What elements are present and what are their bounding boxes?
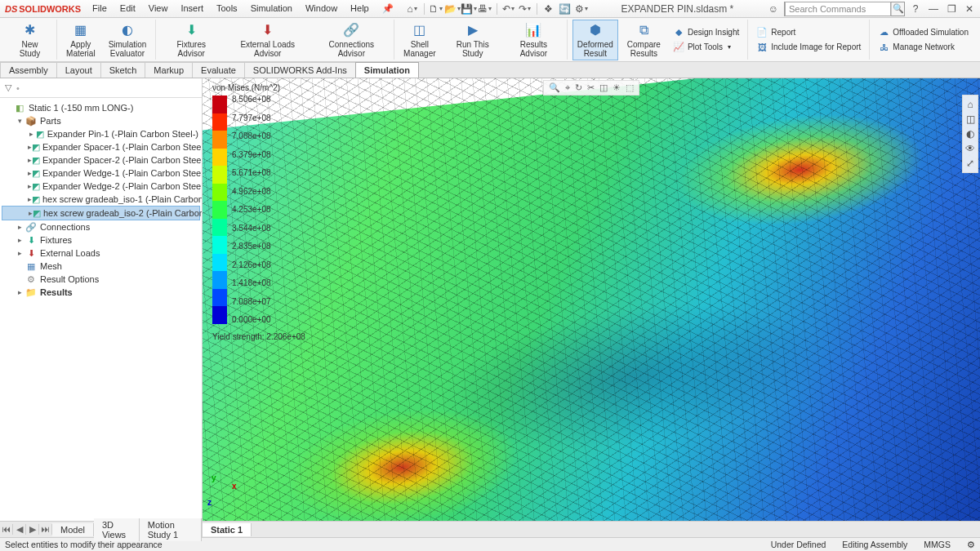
heads-up-expand-icon[interactable]: ⤢ <box>964 158 976 169</box>
tab-layout[interactable]: Layout <box>56 62 101 78</box>
status-hint: Select entities to modify their appearan… <box>5 540 163 549</box>
status-units[interactable]: MMGS <box>924 540 951 549</box>
save-icon[interactable]: 💾 <box>461 2 476 16</box>
display-style-icon[interactable]: ◫ <box>599 82 608 93</box>
menu-file[interactable]: File <box>86 1 114 16</box>
tree-external-loads[interactable]: ▸⬇External Loads <box>2 247 200 260</box>
status-extra-icon[interactable]: ⚙ <box>967 540 975 549</box>
status-defined: Under Defined <box>771 540 826 549</box>
close-icon[interactable]: ✕ <box>962 2 977 16</box>
tree-part-item[interactable]: ▸◩Expander Wedge-1 (-Plain Carbon Steel-… <box>2 167 200 180</box>
shell-manager-button[interactable]: ◫Shell Manager <box>399 20 439 60</box>
menu-view[interactable]: View <box>142 1 175 16</box>
rotate-icon[interactable]: ↻ <box>575 82 582 93</box>
include-image-button[interactable]: 🖼Include Image for Report <box>753 41 864 54</box>
plot-tools-button[interactable]: 📈Plot Tools▾ <box>670 41 742 54</box>
menu-simulation[interactable]: Simulation <box>244 1 299 16</box>
restore-icon[interactable]: ❐ <box>944 2 959 16</box>
zoom-fit-icon[interactable]: 🔍 <box>549 82 560 93</box>
bottom-tab-3dviews[interactable]: 3D Views <box>94 518 140 541</box>
scene-icon[interactable]: ☀ <box>612 82 621 93</box>
compare-results-button[interactable]: ⧉Compare Results <box>623 20 665 60</box>
manage-network-button[interactable]: 🖧Manage Network <box>875 41 972 54</box>
options-icon[interactable]: ⚙ <box>574 2 589 16</box>
simulation-evaluator-button[interactable]: ◐Simulation Evaluator <box>105 20 151 60</box>
orientation-triad: x y z <box>207 473 248 514</box>
legend-title: von Mises (N/m^2) <box>212 83 305 92</box>
home-icon[interactable]: ⌂ <box>405 2 420 16</box>
app-logo: DSSOLIDWORKS <box>0 4 86 14</box>
report-button[interactable]: 📄Report <box>753 26 864 39</box>
tab-next-icon[interactable]: ▶ <box>26 524 39 535</box>
tree-part-item[interactable]: ▸◩Expander Wedge-2 (-Plain Carbon Steel-… <box>2 180 200 193</box>
command-tabs: Assembly Layout Sketch Markup Evaluate S… <box>0 62 980 78</box>
view-orient-icon[interactable]: ⬚ <box>626 82 634 93</box>
bottom-tab-model[interactable]: Model <box>52 523 94 536</box>
menu-bar: File Edit View Insert Tools Simulation W… <box>86 1 400 16</box>
external-loads-advisor-button[interactable]: ⬇External Loads Advisor <box>226 20 310 60</box>
tree-part-item-selected[interactable]: ▸◩hex screw gradeab_iso-2 (-Plain Carbon… <box>2 206 200 220</box>
tab-markup[interactable]: Markup <box>145 62 193 78</box>
rebuild-icon[interactable]: 🔄 <box>558 2 572 16</box>
tab-assembly[interactable]: Assembly <box>0 62 57 78</box>
stress-legend: von Mises (N/m^2) 8.506e+087.797e+087.08… <box>212 83 305 341</box>
tab-last-icon[interactable]: ⏭ <box>39 524 52 535</box>
tab-prev-icon[interactable]: ◀ <box>13 524 26 535</box>
menu-tools[interactable]: Tools <box>210 1 244 16</box>
zoom-area-icon[interactable]: ⌖ <box>565 82 570 93</box>
design-insight-button[interactable]: ◆Design Insight <box>670 26 742 39</box>
heads-up-appearance-icon[interactable]: ◐ <box>964 128 976 140</box>
tree-mesh[interactable]: ▦Mesh <box>2 260 200 273</box>
fixtures-advisor-button[interactable]: ⬇Fixtures Advisor <box>161 20 221 60</box>
redo-icon[interactable]: ↷ <box>518 2 532 16</box>
tree-part-item[interactable]: ▸◩Expander Pin-1 (-Plain Carbon Steel-) <box>2 127 200 140</box>
yield-strength-label: Yield strength: 2.206e+08 <box>212 332 305 341</box>
fea-result-plot <box>203 78 980 537</box>
minimize-icon[interactable]: — <box>926 2 941 16</box>
tree-fixtures[interactable]: ▸⬇Fixtures <box>2 233 200 247</box>
tree-part-item[interactable]: ▸◩Expander Spacer-1 (-Plain Carbon Steel… <box>2 140 200 153</box>
menu-window[interactable]: Window <box>299 1 344 16</box>
open-icon[interactable]: 📂 <box>445 2 460 16</box>
new-doc-icon[interactable]: 🗋 <box>429 2 443 16</box>
tree-connections[interactable]: ▸🔗Connections <box>2 220 200 233</box>
undo-icon[interactable]: ↶ <box>501 2 516 16</box>
search-icon[interactable]: 🔍 <box>891 2 904 16</box>
tree-parts[interactable]: ▾📦Parts <box>2 114 200 127</box>
tree-study-root[interactable]: ◧Static 1 (-150 mm LONG-) <box>2 101 200 114</box>
new-study-button[interactable]: ✱New Study <box>8 20 51 60</box>
menu-pin-icon[interactable]: 📌 <box>376 1 400 16</box>
user-icon[interactable]: ☺ <box>766 2 781 16</box>
tree-part-item[interactable]: ▸◩hex screw gradeab_iso-1 (-Plain Carbon… <box>2 193 200 206</box>
run-study-button[interactable]: ▶Run This Study <box>445 20 501 60</box>
deformed-result-button[interactable]: ⬢Deformed Result <box>572 20 618 60</box>
menu-insert[interactable]: Insert <box>174 1 210 16</box>
heads-up-home-icon[interactable]: ⌂ <box>964 99 976 110</box>
tree-part-item[interactable]: ▸◩Expander Spacer-2 (-Plain Carbon Steel… <box>2 153 200 167</box>
filter-icon[interactable]: ▽ <box>5 82 11 93</box>
study-tab-static1[interactable]: Static 1 <box>203 523 252 536</box>
offloaded-sim-button[interactable]: ☁Offloaded Simulation <box>875 26 972 39</box>
tree-results[interactable]: ▸📁Results <box>2 286 200 299</box>
search-commands-input[interactable]: Search Commands <box>785 2 891 16</box>
section-icon[interactable]: ✂ <box>587 82 595 93</box>
heads-up-hide-icon[interactable]: 👁 <box>964 143 976 154</box>
print-icon[interactable]: 🖶 <box>478 2 492 16</box>
tree-result-options[interactable]: ⚙Result Options <box>2 273 200 286</box>
ribbon: ✱New Study ▦Apply Material ◐Simulation E… <box>0 18 980 62</box>
selection-icon[interactable]: ❖ <box>541 2 556 16</box>
tab-addins[interactable]: SOLIDWORKS Add-Ins <box>244 62 356 78</box>
results-advisor-button[interactable]: 📊Results Advisor <box>506 20 562 60</box>
tab-evaluate[interactable]: Evaluate <box>192 62 245 78</box>
apply-material-button[interactable]: ▦Apply Material <box>62 20 100 60</box>
menu-help[interactable]: Help <box>344 1 376 16</box>
tab-simulation[interactable]: Simulation <box>355 62 419 78</box>
heads-up-view-icon[interactable]: ◫ <box>964 113 976 125</box>
connections-advisor-button[interactable]: 🔗Connections Advisor <box>314 20 390 60</box>
tab-first-icon[interactable]: ⏮ <box>0 524 13 535</box>
bottom-tab-motion[interactable]: Motion Study 1 <box>140 518 202 541</box>
menu-edit[interactable]: Edit <box>114 1 142 16</box>
graphics-viewport[interactable]: 🔍 ⌖ ↻ ✂ ◫ ☀ ⬚ ⌂ ◫ ◐ 👁 ⤢ von Mises (N/m^2… <box>203 78 980 537</box>
tab-sketch[interactable]: Sketch <box>100 62 146 78</box>
help-icon[interactable]: ? <box>908 2 923 16</box>
